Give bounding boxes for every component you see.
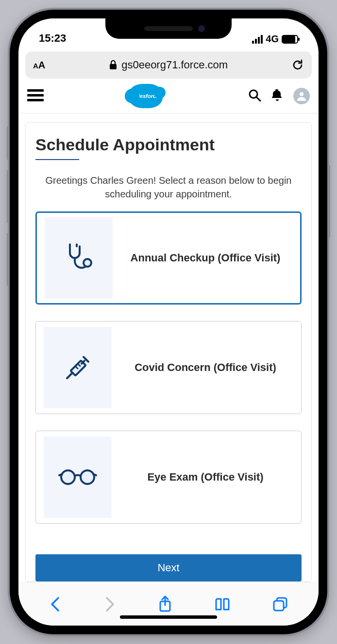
svg-line-5 bbox=[256, 97, 260, 101]
appointment-card: Schedule Appointment Greetings Charles G… bbox=[25, 122, 312, 582]
option-annual-checkup[interactable]: Annual Checkup (Office Visit) bbox=[35, 211, 302, 305]
browser-url-bar[interactable]: AA gs0eeorg71.force.com bbox=[25, 51, 312, 79]
profile-avatar[interactable] bbox=[293, 88, 310, 104]
syringe-icon bbox=[44, 327, 112, 408]
svg-point-14 bbox=[61, 470, 75, 484]
option-label: Covid Concern (Office Visit) bbox=[122, 361, 293, 374]
volume-down-button bbox=[7, 233, 10, 286]
app-content: Schedule Appointment Greetings Charles G… bbox=[18, 113, 319, 582]
title-underline bbox=[35, 159, 79, 160]
url-domain: gs0eeorg71.force.com bbox=[121, 59, 228, 71]
greeting-text: Greetings Charles Green! Select a reason… bbox=[38, 174, 299, 201]
power-button bbox=[327, 165, 330, 238]
svg-rect-3 bbox=[27, 99, 44, 101]
svg-point-7 bbox=[84, 259, 91, 267]
salesforce-logo[interactable]: salesforce bbox=[129, 84, 163, 108]
phone-frame: 15:23 4G AA gs0eeorg71.force.com bbox=[10, 10, 327, 634]
text-size-button[interactable]: AA bbox=[33, 60, 45, 71]
svg-rect-0 bbox=[110, 64, 117, 69]
screen: 15:23 4G AA gs0eeorg71.force.com bbox=[18, 18, 319, 626]
browser-toolbar bbox=[18, 582, 319, 626]
home-indicator[interactable] bbox=[120, 615, 217, 619]
svg-line-9 bbox=[67, 373, 72, 378]
tabs-button[interactable] bbox=[272, 596, 288, 612]
next-button[interactable]: Next bbox=[35, 554, 302, 581]
lock-icon bbox=[109, 60, 118, 70]
svg-rect-2 bbox=[27, 94, 44, 97]
search-button[interactable] bbox=[248, 88, 261, 104]
bookmarks-button[interactable] bbox=[214, 597, 231, 612]
option-label: Annual Checkup (Office Visit) bbox=[123, 252, 292, 264]
notifications-button[interactable] bbox=[271, 88, 284, 104]
app-header: salesforce bbox=[18, 79, 319, 113]
glasses-icon bbox=[44, 436, 112, 518]
notch bbox=[105, 18, 232, 39]
stethoscope-icon bbox=[45, 217, 113, 299]
battery-icon bbox=[282, 35, 298, 44]
refresh-button[interactable] bbox=[291, 59, 304, 71]
svg-rect-1 bbox=[27, 89, 44, 92]
svg-rect-21 bbox=[274, 601, 284, 611]
back-button[interactable] bbox=[49, 596, 62, 612]
forward-button[interactable] bbox=[103, 596, 116, 612]
hamburger-menu-button[interactable] bbox=[27, 88, 44, 104]
option-label: Eye Exam (Office Visit) bbox=[122, 471, 293, 483]
network-label: 4G bbox=[266, 33, 279, 45]
mute-switch bbox=[7, 126, 10, 160]
volume-up-button bbox=[7, 170, 10, 223]
svg-point-15 bbox=[81, 470, 94, 484]
signal-bars-icon bbox=[252, 35, 263, 44]
option-eye-exam[interactable]: Eye Exam (Office Visit) bbox=[35, 431, 302, 524]
svg-line-16 bbox=[59, 474, 62, 475]
svg-point-6 bbox=[300, 92, 303, 96]
status-time: 15:23 bbox=[39, 32, 66, 45]
share-button[interactable] bbox=[158, 596, 172, 613]
option-covid-concern[interactable]: Covid Concern (Office Visit) bbox=[35, 321, 302, 414]
page-title: Schedule Appointment bbox=[35, 135, 302, 154]
svg-line-17 bbox=[93, 474, 96, 475]
